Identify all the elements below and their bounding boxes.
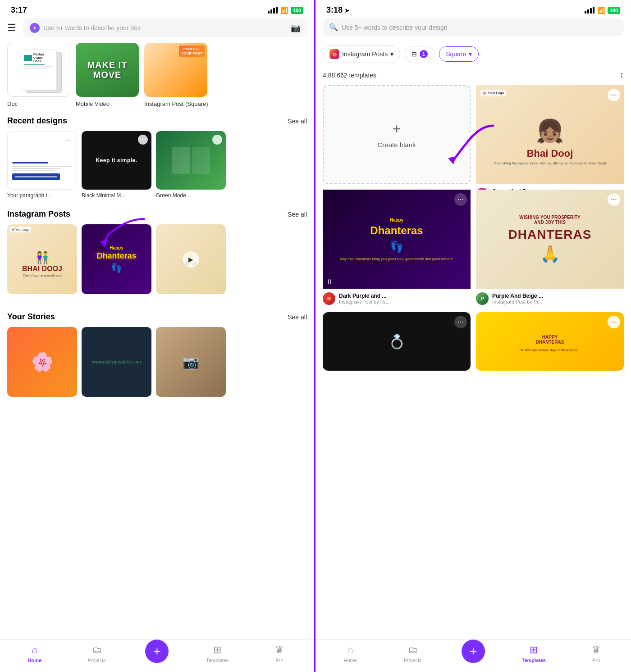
instagram-filter-label: Instagram Posts bbox=[342, 50, 388, 58]
dhanteras-beige-big: ··· WISHING YOU PROSPERITYAND JOY THIS D… bbox=[476, 190, 624, 289]
nav-pro-1[interactable]: ♛ Pro bbox=[266, 644, 293, 663]
home-icon-2: ⌂ bbox=[348, 644, 353, 656]
recent-card-paragraph[interactable]: ··· Your paragraph t... bbox=[7, 131, 77, 199]
signal-bars-2 bbox=[585, 7, 594, 14]
menu-icon[interactable]: ☰ bbox=[7, 22, 16, 34]
paragraph-thumb: ··· bbox=[7, 131, 77, 190]
signal-bar bbox=[590, 8, 592, 14]
signal-bar bbox=[273, 8, 275, 14]
mobile-video-label: Mobile Video bbox=[76, 100, 110, 107]
bhai-dooj-title: BHAI DOOJ bbox=[22, 265, 62, 273]
design-card-instagram[interactable]: PERFECTYOUR POST Instagram Post (Square) bbox=[144, 43, 208, 107]
nav-plus-2[interactable]: + bbox=[462, 640, 485, 663]
create-blank-label: Create blank bbox=[377, 141, 416, 149]
sort-icon[interactable]: ↕ bbox=[620, 70, 624, 80]
dhanteras-dark-avatar-inner: R bbox=[323, 292, 335, 305]
nav-projects-1[interactable]: 🗂 Projects bbox=[83, 644, 110, 663]
filter-count-pill[interactable]: ⊟ 1 bbox=[405, 46, 434, 62]
square-filter-label: Square bbox=[446, 50, 466, 58]
bhai-dooj-template-card[interactable]: ··· ⊕ Your Logo 👧🏽 Bhai Dooj Cherishing … bbox=[476, 85, 624, 184]
signal-bar bbox=[268, 11, 270, 14]
floral-icon: 🌸 bbox=[31, 351, 54, 372]
recent-section-header: Recent designs See all bbox=[0, 114, 314, 131]
dhanteras-beige-template-card[interactable]: ··· WISHING YOU PROSPERITYAND JOY THIS D… bbox=[476, 190, 624, 307]
templates-label-2: Templates bbox=[522, 658, 546, 663]
bhai-dooj-template-dots[interactable]: ··· bbox=[608, 89, 620, 101]
status-icons-2: 📶 100 bbox=[585, 7, 620, 14]
design-card-mobile-video[interactable]: MAKE IT MOVE Mobile Video bbox=[76, 43, 139, 107]
square-filter[interactable]: Square ▾ bbox=[439, 46, 479, 62]
templates-icon-2: ⊞ bbox=[530, 644, 538, 656]
stories-see-all[interactable]: See all bbox=[288, 313, 307, 321]
wifi-icon-2: 📶 bbox=[597, 7, 605, 14]
paragraph-dots[interactable]: ··· bbox=[63, 135, 73, 145]
search-bar-2[interactable]: 🔍 Use 5+ words to describe your design bbox=[323, 18, 624, 36]
green-modern-label: Green Mode... bbox=[156, 192, 226, 199]
dhanteras-dark-dots[interactable]: ··· bbox=[454, 193, 467, 206]
doc-thumb: DesignVisualDocs DesignVisualDocs bbox=[7, 43, 70, 97]
pro-icon-1: ♛ bbox=[275, 644, 284, 656]
lakshmi-icon: 🙏 bbox=[540, 245, 560, 263]
dhanteras-feet-big: 👣 bbox=[390, 241, 403, 253]
recent-grid: ··· Your paragraph t... ··· bbox=[0, 131, 314, 208]
signal-bar bbox=[270, 9, 272, 14]
dhanteras-beige-template-text: Purple And Beige ... Instagram Post by P… bbox=[492, 293, 543, 304]
story-photo[interactable]: 📷 bbox=[156, 327, 226, 397]
signal-bar bbox=[587, 9, 589, 14]
design-card-doc[interactable]: DesignVisualDocs DesignVisualDocs bbox=[7, 43, 70, 107]
nav-templates-2[interactable]: ⊞ Templates bbox=[520, 644, 547, 663]
nav-home-1[interactable]: ⌂ Home bbox=[21, 644, 48, 663]
photo-icon: 📷 bbox=[183, 354, 199, 370]
black-minimal-dots[interactable]: ··· bbox=[138, 135, 148, 145]
signal-bar bbox=[593, 7, 594, 14]
status-icons-1: 📶 100 bbox=[268, 7, 303, 14]
signal-bars-1 bbox=[268, 7, 278, 14]
create-blank-card[interactable]: + Create blank bbox=[323, 85, 471, 184]
dhanteras-dark-card[interactable]: Happy Dhanteras 👣 bbox=[82, 224, 151, 294]
your-logo-badge: ⊕ Your Logo bbox=[480, 90, 506, 96]
dhanteras-beige-card[interactable]: 🙏 ▶ bbox=[156, 224, 226, 294]
dhanteras-feet: 👣 bbox=[111, 263, 122, 273]
recent-card-black-minimal[interactable]: ··· Keep it simple. Black Minimal M... bbox=[82, 131, 151, 199]
signal-bar bbox=[276, 7, 278, 14]
instagram-posts-grid: ⊕ Your Logo 👫 BHAI DOOJ Cherishing the s… bbox=[0, 224, 314, 303]
nav-projects-2[interactable]: 🗂 Projects bbox=[399, 644, 426, 663]
recent-see-all[interactable]: See all bbox=[288, 118, 307, 125]
recent-title: Recent designs bbox=[7, 116, 67, 126]
dhanteras-ring-card[interactable]: ··· 💍 bbox=[323, 312, 471, 371]
play-button[interactable]: ▶ bbox=[183, 251, 199, 268]
camera-icon-1[interactable]: 📷 bbox=[291, 23, 301, 33]
happy-text: Happy bbox=[110, 245, 123, 250]
filter-bar: ◎ Instagram Posts ▾ ⊟ 1 Square ▾ bbox=[316, 41, 631, 68]
green-modern-dots[interactable]: ··· bbox=[212, 135, 222, 145]
instagram-see-all[interactable]: See all bbox=[288, 211, 307, 218]
search-placeholder-1: Use 5+ words to describe your des bbox=[43, 24, 287, 32]
dhanteras-dark-title: Dhanteras bbox=[96, 251, 136, 261]
story-dark[interactable]: www.reallygreatsite.com bbox=[82, 327, 151, 397]
instagram-thumb: PERFECTYOUR POST bbox=[144, 43, 207, 97]
dhanteras-beige-dots[interactable]: ··· bbox=[608, 193, 620, 206]
phone-2: 3:18 ➤ 📶 100 🔍 Use 5+ words to describe … bbox=[316, 0, 631, 672]
ring-card-dots[interactable]: ··· bbox=[454, 316, 467, 328]
square-filter-chevron: ▾ bbox=[469, 50, 472, 58]
yellow-card-dots[interactable]: ··· bbox=[608, 316, 620, 328]
nav-pro-2[interactable]: ♛ Pro bbox=[583, 644, 610, 663]
bhai-dooj-card[interactable]: ⊕ Your Logo 👫 BHAI DOOJ Cherishing the s… bbox=[7, 224, 77, 294]
recent-card-green-modern[interactable]: ··· Green Mode... bbox=[156, 131, 226, 199]
stories-grid: 🌸 www.reallygreatsite.com 📷 bbox=[0, 327, 314, 397]
search-bar-1[interactable]: ✦ Use 5+ words to describe your des 📷 bbox=[23, 18, 307, 37]
story-dark-text: www.reallygreatsite.com bbox=[89, 356, 145, 368]
dhanteras-yellow-card[interactable]: ··· HAPPYDHANTERAS On this auspicious da… bbox=[476, 312, 624, 371]
status-time-1: 3:17 bbox=[11, 5, 27, 15]
stories-title: Your Stories bbox=[7, 312, 55, 322]
wifi-icon-1: 📶 bbox=[280, 7, 288, 14]
dhanteras-beige-title: DHANTERAS bbox=[508, 227, 592, 242]
bhai-dooj-logo: ⊕ Your Logo bbox=[10, 227, 31, 232]
instagram-filter[interactable]: ◎ Instagram Posts ▾ bbox=[323, 45, 400, 63]
status-time-2: 3:18 bbox=[326, 5, 343, 15]
story-floral[interactable]: 🌸 bbox=[7, 327, 77, 397]
nav-home-2[interactable]: ⌂ Home bbox=[337, 644, 364, 663]
nav-plus-1[interactable]: + bbox=[145, 640, 169, 663]
dhanteras-dark-template-card[interactable]: ··· Happy Dhanteras 👣 May this Dhanteras… bbox=[323, 190, 471, 307]
nav-templates-1[interactable]: ⊞ Templates bbox=[204, 644, 231, 663]
